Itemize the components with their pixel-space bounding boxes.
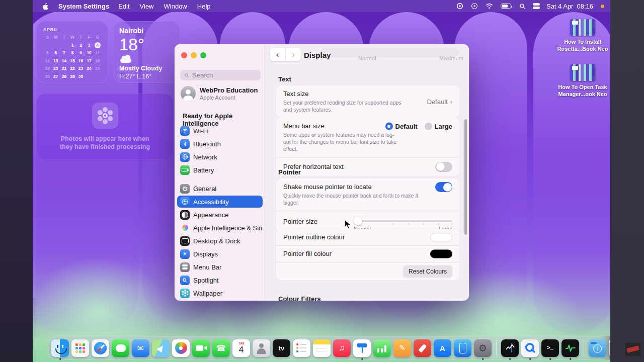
calendar-selected-day[interactable]: 4	[95, 42, 101, 48]
dock-item-activity[interactable]	[561, 339, 580, 357]
dock-item-iphone-mirroring[interactable]	[453, 339, 472, 357]
calendar-day[interactable]: 19	[43, 65, 52, 71]
dock-item-messages[interactable]	[111, 339, 130, 357]
dock-item-safari[interactable]	[91, 339, 110, 357]
pages-dock-icon[interactable]: ✎	[393, 339, 411, 357]
minimize-button[interactable]	[191, 52, 197, 58]
menu-help[interactable]: Help	[197, 3, 211, 10]
calendar-day[interactable]: 20	[52, 65, 60, 71]
numbers-dock-icon[interactable]	[373, 339, 391, 357]
launchpad-dock-icon[interactable]	[71, 339, 89, 357]
calendar-day[interactable]: 3	[85, 42, 94, 48]
phone-dock-icon[interactable]: ☎	[212, 339, 230, 357]
sidebar-item-spotlight[interactable]: Spotlight	[177, 274, 263, 286]
finder-dock-icon[interactable]	[51, 339, 69, 357]
photos-dock-icon[interactable]	[172, 339, 190, 357]
pointer-fill-swatch[interactable]	[430, 250, 452, 258]
sidebar-item-desktop-dock[interactable]: Desktop & Dock	[177, 235, 263, 247]
dock-item-quicktime[interactable]	[521, 339, 539, 357]
dock-item-downloads[interactable]	[588, 339, 607, 357]
calendar-day[interactable]: 6	[52, 50, 60, 56]
dock-item-calendar[interactable]: Sat4	[232, 339, 251, 357]
calendar-day[interactable]: 7	[60, 50, 68, 56]
dock-item-maps[interactable]	[151, 339, 170, 357]
calendar-day[interactable]: 9	[76, 50, 85, 56]
menu-view[interactable]: View	[140, 3, 154, 10]
dock-item-music[interactable]: ♫	[333, 339, 351, 357]
sidebar-item-appearance[interactable]: Appearance	[177, 209, 263, 221]
calendar-day[interactable]: 1	[68, 42, 77, 48]
dock-item-keynote[interactable]	[353, 339, 371, 357]
photos-widget[interactable]: Photos will appear here when they have f…	[36, 94, 174, 160]
calendar-day[interactable]: 5	[43, 50, 52, 56]
music-dock-icon[interactable]: ♫	[333, 339, 351, 357]
weather-widget[interactable]: Nairobi 18° Mostly Cloudy H:27° L:16°	[113, 21, 180, 83]
sidebar-item-displays[interactable]: ☀Displays	[177, 248, 263, 260]
calendar-day[interactable]: 4	[93, 42, 102, 48]
facetime-dock-icon[interactable]	[192, 339, 210, 357]
apple-menu-icon[interactable]	[43, 3, 49, 10]
mail-dock-icon[interactable]: ✉	[132, 339, 149, 357]
dock-item-finder[interactable]	[51, 339, 69, 357]
calendar-day[interactable]: 27	[52, 73, 60, 79]
calendar-day[interactable]	[60, 42, 68, 48]
reminders-dock-icon[interactable]	[293, 339, 310, 357]
radio-large[interactable]	[425, 123, 432, 130]
calendar-day[interactable]: 10	[85, 50, 94, 56]
screen-record-icon[interactable]	[456, 2, 464, 11]
sidebar-item-apple-intelligence[interactable]: Apple Intelligence & Siri	[177, 222, 263, 234]
calendar-day[interactable]: 14	[60, 58, 68, 64]
dock-item-terminal[interactable]	[541, 339, 559, 357]
sidebar-item-menu-bar[interactable]: Menu Bar	[177, 261, 263, 273]
iphone-mirroring-dock-icon[interactable]	[454, 339, 471, 357]
sidebar-item-wifi[interactable]: Wi-Fi	[177, 125, 263, 137]
slider-knob[interactable]	[354, 217, 362, 225]
sidebar-item-accessibility[interactable]: Accessibility	[177, 196, 263, 208]
calendar-day[interactable]: 29	[68, 73, 77, 79]
calendar-day[interactable]: 8	[68, 50, 77, 56]
dock-item-notes[interactable]	[312, 339, 331, 357]
appstore-dock-icon[interactable]: A	[434, 339, 451, 357]
menu-edit[interactable]: Edit	[118, 3, 129, 10]
search-icon[interactable]	[519, 2, 526, 11]
calendar-day[interactable]: 28	[60, 73, 68, 79]
dock-item-photos[interactable]	[172, 339, 190, 357]
dock-item-stocks[interactable]	[501, 339, 519, 357]
forward-button[interactable]: ›	[285, 48, 301, 61]
sidebar-item-battery[interactable]: Battery	[177, 164, 263, 176]
activity-dock-icon[interactable]	[561, 339, 579, 357]
maps-dock-icon[interactable]	[152, 339, 170, 357]
downloads-dock-icon[interactable]	[589, 339, 606, 357]
contacts-dock-icon[interactable]	[253, 339, 270, 357]
dock-item-tv[interactable]	[272, 339, 291, 357]
calendar-day[interactable]	[43, 42, 52, 48]
radio-default-label[interactable]: Default	[395, 123, 418, 130]
chevron-right-icon[interactable]: ›	[450, 98, 452, 106]
calendar-day[interactable]: 15	[68, 58, 77, 64]
calendar-day[interactable]: 30	[76, 73, 85, 79]
dock-item-reminders[interactable]	[292, 339, 311, 357]
desktop-file-icon[interactable]: How To Install Rosetta...Book Neo	[553, 19, 610, 53]
reset-colours-button[interactable]: Reset Colours	[403, 265, 452, 278]
dock-item-appstore[interactable]: A	[433, 339, 452, 357]
dock-item-phone[interactable]: ☎	[212, 339, 230, 357]
battery-icon[interactable]	[500, 2, 512, 11]
settings-dock-icon[interactable]: ⚙	[474, 339, 492, 357]
dock-item-numbers[interactable]	[373, 339, 391, 357]
calendar-day[interactable]: 25	[93, 65, 102, 71]
slider-track[interactable]	[354, 220, 452, 222]
dock-item-mail[interactable]: ✉	[131, 339, 150, 357]
sidebar-item-general[interactable]: ⚙General	[177, 183, 263, 195]
radio-default[interactable]	[385, 123, 393, 130]
dock-item-facetime[interactable]	[192, 339, 210, 357]
calendar-day[interactable]	[93, 73, 102, 79]
calendar-day[interactable]	[85, 73, 94, 79]
menu-window[interactable]: Window	[164, 3, 187, 10]
dock-item-rocket[interactable]	[413, 339, 432, 357]
dock-item-settings[interactable]: ⚙	[473, 339, 492, 357]
quicktime-dock-icon[interactable]	[521, 339, 539, 357]
pointer-outline-swatch[interactable]	[430, 233, 452, 242]
sidebar-search[interactable]	[180, 70, 261, 80]
search-input[interactable]	[192, 71, 253, 79]
calendar-day[interactable]	[52, 42, 60, 48]
